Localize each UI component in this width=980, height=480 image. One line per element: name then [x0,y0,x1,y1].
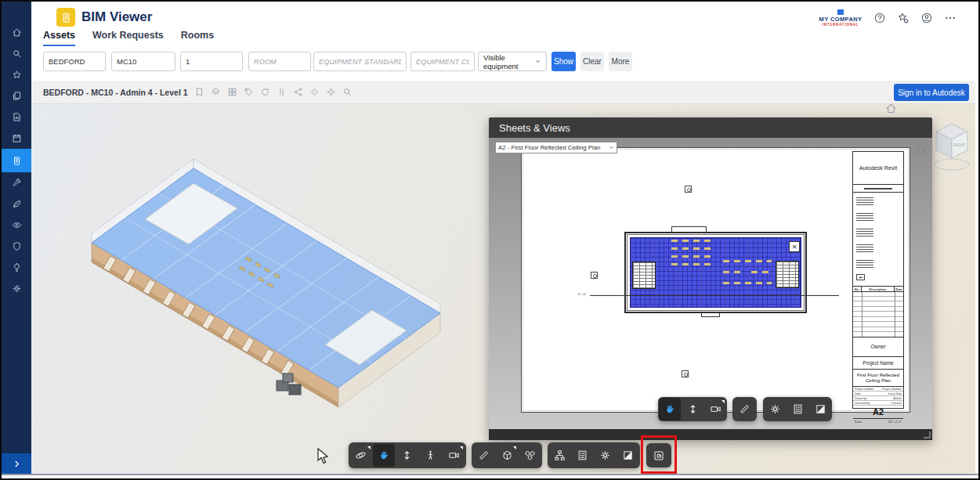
sidebar-item-calendar[interactable] [2,128,31,149]
zoom-search-icon[interactable] [342,87,353,97]
show-button[interactable]: Show [551,52,576,71]
selection-icon[interactable] [326,87,336,97]
sheet-page[interactable]: ✕ 0' - 0" Autodesk Revit ◄• [521,147,910,413]
page-title: BIM Viewer [81,9,152,25]
titleblock-consultant [853,185,903,193]
more-options-icon[interactable] [944,12,956,24]
pan-tool-button[interactable] [373,444,395,467]
zoom-tool-button[interactable] [682,398,703,420]
logo-tagline: INTERNATIONAL [817,23,864,27]
model-browser-button[interactable] [548,444,570,467]
user-account-icon[interactable] [920,12,933,24]
section-marker-bottom [682,370,689,377]
sheet-select-dropdown[interactable]: A2 - First Floor Reflected Ceiling Plan [495,142,617,153]
visibility-select-value: Visible equipment [483,53,532,70]
app-logo-icon [56,8,75,27]
fullscreen-tool-button[interactable] [809,398,831,420]
visibility-select[interactable]: Visible equipment [478,52,547,71]
building-input[interactable] [111,52,175,71]
favorites-settings-icon[interactable] [897,12,909,24]
viewer-home-button[interactable] [885,104,897,117]
sidebar-expand-button[interactable] [2,453,31,474]
sidebar-item-documents[interactable] [2,85,31,106]
elevation-label: 0' - 0" [578,292,586,296]
fullscreen-button[interactable] [617,444,639,467]
model-parts-button[interactable] [519,444,541,467]
refresh-icon[interactable] [260,87,270,97]
grid-icon[interactable] [227,87,237,97]
sidebar-item-visibility[interactable] [2,215,31,236]
tag-icon[interactable] [244,87,254,97]
gear-icon [599,449,611,461]
walk-tool-button[interactable] [420,444,442,467]
sidebar-item-sustainability[interactable] [2,193,31,215]
share-icon[interactable] [293,87,303,97]
mouse-cursor [317,448,328,464]
sheet-number: A2 [853,406,903,419]
gear-icon [769,403,781,415]
sidebar-item-reports[interactable] [2,106,31,128]
tab-rooms[interactable]: Rooms [181,30,214,47]
panel-home-button[interactable] [916,144,926,158]
copy-icon [12,91,22,101]
hand-icon [378,449,390,461]
settings-tool-button[interactable] [764,398,786,420]
filter-bar: Visible equipment Show Clear More [31,46,978,81]
properties-icon [577,449,588,461]
model-viewer-canvas[interactable]: RIGHT Sheets & Views [31,104,975,474]
titleblock-owner: Owner [853,337,903,357]
tab-work-requests[interactable]: Work Requests [92,30,164,47]
sidebar-item-settings[interactable] [2,278,31,299]
panel-toolbar-measure-group [732,397,757,421]
sidebar-item-tools[interactable] [2,172,31,193]
sheets-views-panel: Sheets & Views [489,117,932,440]
sidebar-item-home[interactable] [2,22,31,43]
room-input[interactable] [248,52,311,71]
explode-tool-button[interactable] [496,444,518,467]
titleblock-project: Project Name [853,357,903,370]
section-marker-left [591,272,598,279]
sign-in-autodesk-button[interactable]: Sign in to Autodesk [894,84,969,101]
orbit-tool-button[interactable] [350,444,372,467]
chevron-right-icon [13,460,21,468]
layers-icon[interactable] [211,87,221,97]
floor-input[interactable] [180,52,243,71]
section-icon[interactable] [277,87,287,97]
panel-body: ✕ 0' - 0" Autodesk Revit ◄• [489,138,932,429]
panel-header[interactable]: Sheets & Views [489,117,932,138]
search-icon [12,49,22,59]
resize-handle[interactable] [924,431,931,438]
bookmark-icon[interactable] [194,87,204,97]
pan-tool-button[interactable] [659,398,681,420]
camera-tool-button[interactable] [704,398,726,420]
building-3d-model[interactable] [45,141,476,431]
sidebar-item-favorites[interactable] [2,64,31,85]
titleblock-brand: Autodesk Revit [853,152,903,185]
camera-tool-button[interactable] [443,444,465,467]
equipment-code-input[interactable] [410,52,475,71]
sheet-select-value: A2 - First Floor Reflected Ceiling Plan [498,144,600,151]
stair-left [632,262,656,289]
zoom-tool-button[interactable] [396,444,418,467]
site-input[interactable] [43,52,106,71]
camera-icon [448,449,460,461]
sidebar-item-security[interactable] [2,236,31,257]
settings-button[interactable] [595,444,617,467]
floor-plan[interactable]: ✕ [624,232,807,313]
tab-assets[interactable]: Assets [43,30,75,47]
properties-tool-button[interactable] [787,398,808,420]
titleblock-fields: Project numberProject Number DateIssue D… [853,387,903,406]
sidebar-item-search[interactable] [2,43,31,64]
properties-button[interactable] [571,444,593,467]
sidebar-item-bim-viewer[interactable] [2,149,31,172]
clear-button[interactable]: Clear [580,52,604,71]
title-block: Autodesk Revit ◄• No. Description Date [852,151,904,409]
walk-icon [425,449,436,461]
more-button[interactable]: More [609,52,632,71]
measure-tool-button[interactable] [734,398,756,420]
measure-tool-button[interactable] [473,444,495,467]
equipment-standard-input[interactable] [313,52,407,71]
target-icon[interactable] [309,87,320,97]
sidebar-item-ideas[interactable] [2,257,31,278]
help-icon[interactable] [873,12,886,24]
